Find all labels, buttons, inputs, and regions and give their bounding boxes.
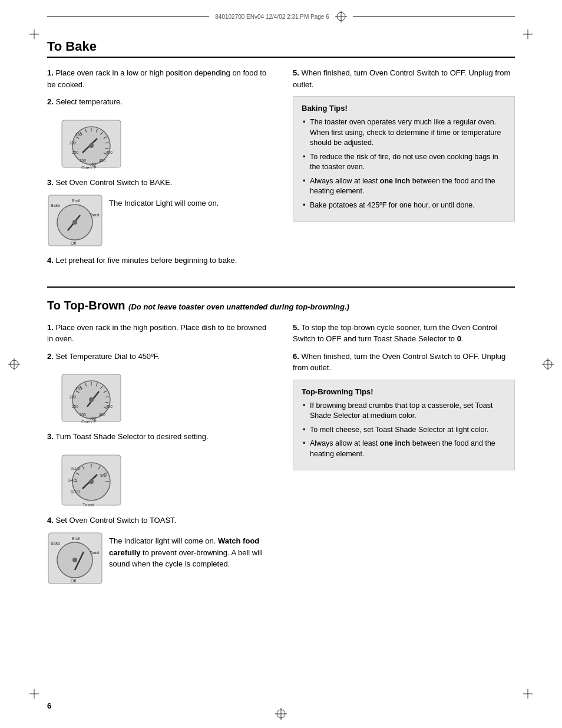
svg-text:0/1/2: 0/1/2 [71, 466, 80, 470]
reg-mark-tl [29, 29, 39, 39]
bake-step-3: 3. Set Oven Control Switch to BAKE. [47, 177, 269, 189]
topbrown-right-col: 5. To stop the top-brown cycle sooner, t… [293, 322, 515, 593]
svg-text:Broil: Broil [72, 199, 80, 203]
svg-text:Off: Off [71, 241, 76, 245]
topbrown-step-1-num: 1. [47, 323, 54, 332]
svg-text:200: 200 [70, 395, 76, 399]
topbrown-step-3: 3. Turn Toast Shade Selector to desired … [47, 431, 269, 443]
topbrown-tip-1: If browning bread crumbs that top a cass… [302, 401, 506, 421]
topbrown-step-4-num: 4. [47, 516, 54, 525]
topbrown-step-5-num: 5. [293, 323, 299, 332]
topbrown-step-5: 5. To stop the top-brown cycle sooner, t… [293, 322, 515, 345]
svg-text:300: 300 [80, 159, 86, 163]
topbrown-toast-dial: 0/1/2 3/4/5 6/7/8 9/w [59, 452, 124, 510]
bake-section: To Bake 1. Place oven rack in a low or h… [47, 39, 515, 272]
svg-text:450: 450 [106, 150, 113, 154]
topbrown-step-4-text: Set Oven Control Switch to TOAST. [55, 516, 176, 525]
svg-text:6/7/8: 6/7/8 [71, 490, 80, 494]
svg-text:Bake: Bake [51, 541, 60, 545]
svg-point-92 [72, 558, 77, 562]
topbrown-step-5-text: To stop the top-brown cycle sooner, turn… [293, 323, 497, 344]
bake-step-4: 4. Let preheat for five minutes before b… [47, 255, 269, 266]
topbrown-step-3-num: 3. [47, 432, 54, 441]
topbrown-step-1: 1. Place oven rack in the high position.… [47, 322, 269, 345]
topbrown-step-6: 6. When finished, turn the Oven Control … [293, 351, 515, 374]
topbrown-step-6-text: When finished, turn the Oven Control Swi… [293, 352, 505, 373]
svg-text:150: 150 [75, 387, 82, 391]
baking-tip-3: Always allow at least one inch between t… [302, 176, 506, 197]
bake-step-5-num: 5. [293, 68, 299, 77]
bake-left-col: 1. Place oven rack in a low or high posi… [47, 67, 269, 272]
bake-step-3-text: Set Oven Control Switch to BAKE. [55, 178, 172, 187]
topbrown-temp-dial: 150 200 250 300 350 400 450 Oven°F [59, 371, 124, 426]
svg-text:Oven°F: Oven°F [81, 165, 97, 170]
svg-text:300: 300 [80, 413, 86, 417]
bake-step-3-num: 3. [47, 178, 54, 187]
main-content: To Bake 1. Place oven rack in a low or h… [0, 27, 562, 616]
topbrown-step-4: 4. Set Oven Control Switch to TOAST. [47, 515, 269, 526]
bake-step-5: 5. When finished, turn Oven Control Swit… [293, 67, 515, 90]
bake-step-5-text: When finished, turn Oven Control Switch … [293, 68, 510, 89]
doc-header-text: 840102700 ENv04 12/4/02 2:31 PM Page 6 [215, 14, 329, 20]
bake-step-2-text: Select temperature. [55, 97, 122, 106]
baking-tips-title: Baking Tips! [302, 104, 506, 113]
baking-tip-2: To reduce the risk of fire, do not use o… [302, 152, 506, 173]
doc-header: 840102700 ENv04 12/4/02 2:31 PM Page 6 [0, 0, 562, 27]
topbrown-two-col: 1. Place oven rack in the high position.… [47, 322, 515, 593]
baking-tips-box: Baking Tips! The toaster oven operates v… [293, 96, 515, 222]
topbrown-step-2-text: Set Temperature Dial to 450ºF. [55, 352, 160, 361]
topbrown-tip-2: To melt cheese, set Toast Shade Selector… [302, 425, 506, 436]
page-number: 6 [47, 701, 51, 710]
bake-two-col: 1. Place oven rack in a low or high posi… [47, 67, 515, 272]
bake-step-4-num: 4. [47, 256, 54, 265]
svg-text:Off: Off [71, 579, 76, 583]
section-divider [47, 286, 515, 288]
baking-tips-list: The toaster oven operates very much like… [302, 117, 506, 210]
svg-text:250: 250 [72, 404, 78, 409]
topbrown-italic-note: (Do not leave toaster oven unattended du… [128, 302, 349, 311]
svg-text:150: 150 [75, 133, 82, 137]
crosshair-left [8, 358, 20, 370]
topbrown-left-col: 1. Place oven rack in the high position.… [47, 322, 269, 593]
bake-step-1-num: 1. [47, 68, 54, 77]
topbrown-step-3-text: Turn Toast Shade Selector to desired set… [55, 432, 208, 441]
topbrown-step-2-num: 2. [47, 352, 54, 361]
svg-text:200: 200 [70, 141, 76, 145]
svg-point-46 [72, 220, 77, 225]
bake-step-1: 1. Place oven rack in a low or high posi… [47, 67, 269, 90]
svg-point-67 [89, 397, 94, 402]
topbrown-tips-box: Top-Browning Tips! If browning bread cru… [293, 380, 515, 471]
svg-text:250: 250 [72, 150, 78, 154]
bake-step-1-text: Place oven rack in a low or high positio… [47, 68, 266, 89]
svg-text:450: 450 [106, 404, 113, 409]
crosshair-right [542, 358, 554, 370]
bake-step-2-num: 2. [47, 97, 54, 106]
bake-temp-dial: 150 200 250 300 350 400 450 [59, 117, 124, 172]
svg-text:400: 400 [99, 159, 105, 163]
topbrown-tips-title: Top-Browning Tips! [302, 387, 506, 396]
svg-text:Toast: Toast [90, 213, 100, 217]
bake-title: To Bake [47, 39, 515, 58]
topbrown-step-4-detail: Bake Broil Toast Off The indicator light… [47, 532, 269, 587]
bake-right-col: 5. When finished, turn Oven Control Swit… [293, 67, 515, 272]
topbrown-step-4-indicator-text: The indicator light will come on. Watch … [109, 532, 269, 570]
topbrown-tip-3: Always allow at least one inch between t… [302, 439, 506, 459]
topbrown-tips-list: If browning bread crumbs that top a cass… [302, 401, 506, 460]
svg-point-37 [89, 143, 94, 148]
topbrown-section: To Top-Brown (Do not leave toaster oven … [47, 297, 515, 593]
reg-mark-br [523, 689, 533, 699]
reg-mark-bl [29, 689, 39, 699]
svg-text:Oven°F: Oven°F [81, 419, 97, 424]
svg-text:9/w: 9/w [100, 473, 107, 477]
topbrown-control-dial: Bake Broil Toast Off [47, 532, 103, 587]
crosshair-bottom [275, 708, 287, 720]
topbrown-step-6-num: 6. [293, 352, 299, 361]
svg-text:Toast: Toast [90, 551, 100, 555]
bake-control-dial: Bake Broil Toast Off [47, 194, 103, 249]
header-line-left [47, 17, 209, 17]
bake-step-2: 2. Select temperature. [47, 96, 269, 108]
svg-text:Toast: Toast [82, 502, 94, 508]
bake-step-3-detail: Bake Broil Toast Off [47, 194, 269, 249]
svg-text:400: 400 [99, 413, 105, 417]
svg-point-83 [89, 479, 94, 484]
